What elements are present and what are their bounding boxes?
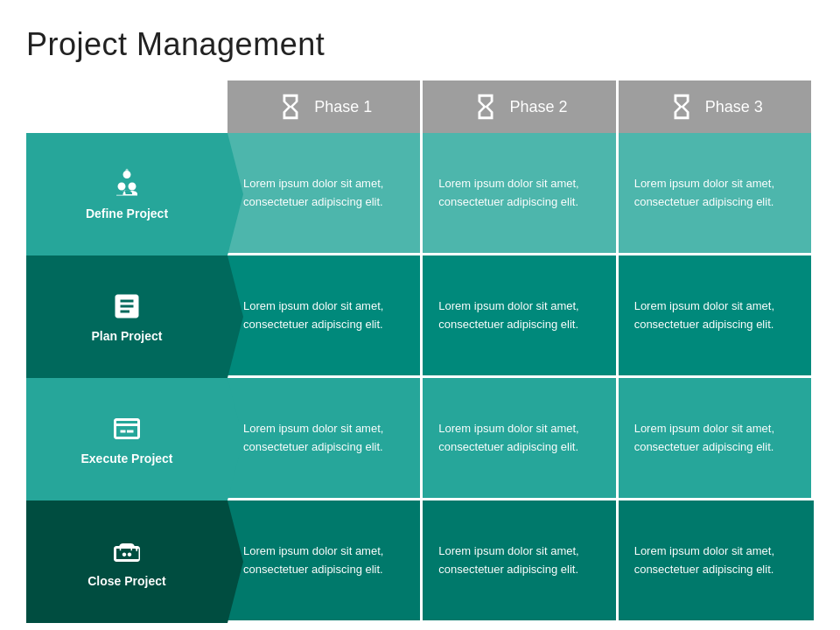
cell-r1-p1: Lorem ipsum dolor sit amet, consectetuer… xyxy=(228,256,423,378)
cell-r3-p3: Lorem ipsum dolor sit amet, consectetuer… xyxy=(619,500,814,623)
cell-r2-p1: Lorem ipsum dolor sit amet, consectetuer… xyxy=(228,378,423,500)
cell-r3-p1: Lorem ipsum dolor sit amet, consectetuer… xyxy=(228,500,423,623)
cell-r2-p2: Lorem ipsum dolor sit amet, consectetuer… xyxy=(423,378,618,500)
cell-r1-p2: Lorem ipsum dolor sit amet, consectetuer… xyxy=(423,256,618,378)
hourglass-icon-1 xyxy=(276,92,305,122)
phase-header-2: Phase 2 xyxy=(423,80,618,133)
page-title: Project Management xyxy=(26,26,814,63)
cell-r0-p2: Lorem ipsum dolor sit amet, consectetuer… xyxy=(423,133,618,256)
cell-r0-p3: Lorem ipsum dolor sit amet, consectetuer… xyxy=(619,133,814,256)
corner-cell xyxy=(26,80,228,133)
row-label-close: Close Project xyxy=(26,500,228,623)
main-grid: Phase 1 Phase 2 Phase 3 Define Project L… xyxy=(26,80,814,623)
row-label-define: Define Project xyxy=(26,133,228,256)
phase-header-3: Phase 3 xyxy=(619,80,814,133)
row-label-execute: Execute Project xyxy=(26,378,228,500)
phase-header-1: Phase 1 xyxy=(228,80,423,133)
cell-r3-p2: Lorem ipsum dolor sit amet, consectetuer… xyxy=(423,500,618,623)
hourglass-icon-2 xyxy=(471,92,500,122)
hourglass-icon-3 xyxy=(667,92,696,122)
cell-r1-p3: Lorem ipsum dolor sit amet, consectetuer… xyxy=(619,256,814,378)
row-label-plan: Plan Project xyxy=(26,256,228,378)
svg-point-0 xyxy=(126,169,129,172)
cell-r2-p3: Lorem ipsum dolor sit amet, consectetuer… xyxy=(619,378,814,500)
cell-r0-p1: Lorem ipsum dolor sit amet, consectetuer… xyxy=(228,133,423,256)
page: Project Management Phase 1 Phase 2 Phase… xyxy=(0,0,840,630)
